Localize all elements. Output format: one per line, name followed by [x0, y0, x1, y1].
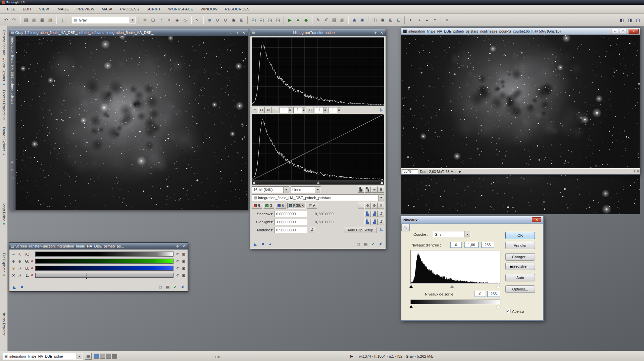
- clip-high-count-icon[interactable]: ▟: [371, 211, 378, 217]
- dock-tab[interactable]: View Explorer ■: [0, 60, 8, 86]
- minimize-button[interactable]: –: [222, 30, 227, 35]
- cancel-button[interactable]: Annuler: [505, 242, 535, 249]
- preview-checkbox[interactable]: ✓: [506, 309, 510, 313]
- select-cursor-icon[interactable]: ↖: [193, 16, 201, 24]
- status-popup-icon[interactable]: ▶: [459, 170, 461, 173]
- output-histogram-plot[interactable]: [252, 37, 384, 106]
- delete-preview-icon[interactable]: ◲: [266, 16, 274, 24]
- zoom-button[interactable]: +: [235, 30, 240, 35]
- image-canvas-right[interactable]: [401, 35, 640, 168]
- dock-tab[interactable]: Format Explorer ●: [0, 127, 8, 156]
- menu-item[interactable]: PREVIEW: [73, 5, 98, 13]
- shade-window-icon[interactable]: ⊟: [395, 16, 403, 24]
- reset-dialog-icon[interactable]: ✘: [180, 284, 186, 290]
- dock-tab[interactable]: Process Explorer ⚙: [0, 90, 8, 120]
- plot-style-select[interactable]: Lines: [291, 186, 321, 193]
- edit-script-icon[interactable]: ✎: [314, 16, 322, 24]
- vertical-zoom2-spin[interactable]: 1: [329, 107, 341, 113]
- mask-enable-icon[interactable]: ◉: [350, 16, 358, 24]
- shape-tool-icon[interactable]: ◇: [181, 16, 189, 24]
- channel-settings-icon[interactable]: ⊞: [181, 273, 186, 278]
- dialog-menu-icon[interactable]: ▤: [252, 31, 255, 35]
- dropdown-icon[interactable]: [77, 353, 82, 359]
- spin-arrows[interactable]: [288, 107, 292, 113]
- close-icon[interactable]: ✕: [379, 30, 384, 35]
- document-titlebar[interactable]: integration_finale_HA_DBE_psfneb_psfstar…: [401, 28, 640, 35]
- output-shadow-slider[interactable]: [409, 305, 413, 308]
- channel-settings-icon[interactable]: ⊞: [181, 266, 186, 271]
- midtones-slider-handle[interactable]: [317, 181, 319, 184]
- menu-item[interactable]: MASK: [98, 5, 116, 13]
- crosshair-tool-icon[interactable]: ✛: [157, 16, 165, 24]
- black-point-icon[interactable]: ☢: [11, 266, 16, 271]
- channel-rgbk-button[interactable]: RGB/K: [287, 203, 306, 209]
- dropdown-icon[interactable]: [283, 187, 289, 193]
- more-tools-icon[interactable]: »: [443, 16, 451, 24]
- zoom-out-icon[interactable]: ⊖: [213, 16, 221, 24]
- process-run-icon[interactable]: ▶: [286, 16, 294, 24]
- channel-l-disabled-icon[interactable]: ✗: [30, 273, 34, 277]
- zoom-mode-icon[interactable]: ⊙: [307, 107, 313, 113]
- cascade-windows-icon[interactable]: ▣: [379, 16, 387, 24]
- channel-b-button[interactable]: B: [276, 203, 286, 209]
- stf-slider-k[interactable]: [35, 252, 174, 257]
- redo-icon[interactable]: ↷: [10, 16, 18, 24]
- fit-view-icon[interactable]: ◉: [230, 16, 238, 24]
- channel-b-disabled-icon[interactable]: ✗: [30, 266, 34, 270]
- plot-clear-zoom-icon[interactable]: ⊠: [265, 107, 271, 113]
- maximize-button[interactable]: □: [620, 29, 627, 34]
- expand-window-icon[interactable]: ⊞: [387, 16, 395, 24]
- mask-show-icon[interactable]: ▣: [358, 16, 366, 24]
- edit-preview-icon[interactable]: ◱: [258, 16, 266, 24]
- shade-button[interactable]: □: [229, 30, 234, 35]
- auto-clip-setup-button[interactable]: Auto Clip Setup: [344, 227, 377, 233]
- auto-button[interactable]: Auto: [505, 274, 535, 281]
- dropdown-icon[interactable]: [315, 187, 320, 193]
- dialog-titlebar[interactable]: Niveaux ✕: [401, 216, 543, 224]
- copy-image-icon[interactable]: ▦: [38, 16, 46, 24]
- display-mode-dropdown-icon[interactable]: [130, 17, 135, 23]
- dock-tab[interactable]: Script Editor ■: [0, 202, 8, 225]
- plot-readout-icon[interactable]: ⊕: [272, 107, 278, 113]
- highlights-slider-handle[interactable]: [381, 181, 383, 184]
- pan-view-icon[interactable]: ✥: [11, 161, 14, 164]
- output-highlight-field[interactable]: 255: [487, 291, 500, 297]
- process-circle-icon[interactable]: ●: [294, 16, 302, 24]
- close-button[interactable]: ✕: [629, 29, 639, 34]
- channel-settings-icon[interactable]: ⊞: [181, 259, 186, 264]
- section-expand-icon[interactable]: ⇊: [378, 107, 384, 113]
- horizontal-scrollbar[interactable]: [463, 170, 632, 174]
- midtones-input[interactable]: 0.50000000: [275, 227, 307, 233]
- star-align-icon[interactable]: ✳: [165, 16, 173, 24]
- workspace-swatch[interactable]: [106, 354, 111, 359]
- shadows-input[interactable]: 0.00000000: [275, 211, 307, 217]
- dropdown-icon[interactable]: [464, 231, 470, 237]
- clip-low-count-icon[interactable]: ▙: [364, 219, 371, 225]
- plot-zoom-fit-icon[interactable]: ⊡: [258, 107, 265, 113]
- menu-item[interactable]: SCRIPT: [143, 5, 165, 13]
- show-histogram-icon[interactable]: ▙: [358, 186, 364, 193]
- duplicate-image-icon[interactable]: ▤: [22, 16, 30, 24]
- menu-item[interactable]: RESOURCES: [221, 5, 253, 13]
- menu-item[interactable]: PROCESS: [116, 5, 143, 13]
- resize-grip[interactable]: [634, 169, 639, 174]
- dock-tab[interactable]: Process Console ▶: [0, 30, 8, 60]
- clip-low-count-icon[interactable]: ▙: [364, 211, 371, 217]
- pin-icon[interactable]: ✛: [373, 30, 378, 35]
- link-rgb-icon[interactable]: ∞: [11, 252, 16, 257]
- menu-item[interactable]: FILE: [3, 5, 19, 13]
- display-mode-select[interactable]: ▦ Gray: [72, 17, 136, 24]
- reset-channel-icon[interactable]: ↺: [175, 273, 180, 278]
- menu-item[interactable]: WINDOW: [197, 5, 221, 13]
- dock-grip[interactable]: [215, 354, 220, 359]
- dock-tab[interactable]: File Explorer ▤: [0, 253, 8, 276]
- menu-item[interactable]: EDIT: [19, 5, 36, 13]
- new-preview-icon[interactable]: ◰: [250, 16, 258, 24]
- input-highlight-slider[interactable]: [497, 285, 500, 288]
- image-window-titlebar[interactable]: ▤ Gray 1:2 integration_finale_HA_DBE_psf…: [9, 29, 248, 36]
- channel-alpha-button[interactable]: A: [307, 203, 317, 209]
- channel-g-button[interactable]: G: [263, 203, 274, 209]
- invert-display-icon[interactable]: ◑: [415, 16, 423, 24]
- active-view-select[interactable]: ▣ integration_finale_HA_DBE_psfne: [3, 353, 83, 360]
- menu-item[interactable]: WORKSPACE: [164, 5, 197, 13]
